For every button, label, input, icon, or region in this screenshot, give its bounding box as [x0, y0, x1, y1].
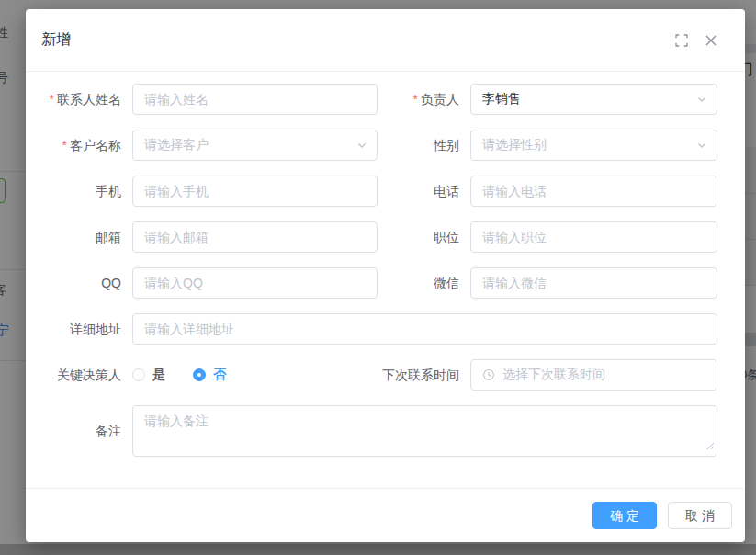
field-label-contact-name: *联系人姓名	[26, 92, 132, 108]
form-row: *客户名称 请选择客户 性别 请选择性别	[26, 130, 745, 161]
required-mark: *	[413, 92, 418, 107]
field-label-owner: *负责人	[378, 92, 470, 108]
required-mark: *	[50, 92, 54, 107]
clock-icon	[482, 368, 495, 381]
screen: 姓 号 客 宁 门 0条 新增	[0, 0, 756, 555]
radio-circle-checked-icon	[193, 368, 206, 381]
qq-input[interactable]	[132, 267, 378, 299]
dialog-form: *联系人姓名 *负责人 李销售 *客户名称 请选择客户	[26, 72, 745, 457]
field-label-wechat: 微信	[378, 276, 470, 291]
owner-select[interactable]: 李销售	[470, 84, 717, 115]
field-label-gender: 性别	[378, 138, 470, 153]
new-contact-dialog: 新增 *联系人姓名 *负责人	[26, 9, 745, 542]
phone-input[interactable]	[470, 176, 717, 207]
field-label-remark: 备注	[26, 424, 132, 439]
form-row: 备注	[26, 405, 745, 457]
remark-textarea[interactable]	[132, 405, 717, 457]
next-contact-time-picker[interactable]: 选择下次联系时间	[470, 359, 717, 391]
chevron-down-icon	[696, 94, 707, 105]
field-label-position: 职位	[378, 230, 470, 245]
chevron-down-icon	[356, 140, 367, 151]
owner-select-value: 李销售	[482, 91, 521, 108]
cancel-button[interactable]: 取 消	[668, 502, 732, 529]
address-input[interactable]	[132, 313, 717, 345]
field-label-email: 邮箱	[26, 230, 132, 245]
form-row: 手机 电话	[26, 176, 745, 207]
radio-yes-label: 是	[152, 367, 165, 383]
time-picker-placeholder: 选择下次联系时间	[502, 367, 605, 383]
form-row: 详细地址	[26, 313, 745, 345]
position-input[interactable]	[470, 221, 717, 253]
dialog-footer: 确 定 取 消	[26, 488, 745, 542]
wechat-input[interactable]	[470, 267, 717, 299]
gender-select-placeholder: 请选择性别	[482, 137, 547, 153]
field-label-phone: 电话	[378, 184, 470, 199]
form-row: 邮箱 职位	[26, 221, 745, 253]
chevron-down-icon	[696, 140, 707, 151]
field-label-key-decision: 关键决策人	[26, 368, 132, 383]
radio-circle-icon	[132, 368, 145, 381]
fullscreen-icon[interactable]	[673, 32, 690, 49]
field-label-mobile: 手机	[26, 184, 132, 199]
customer-select[interactable]: 请选择客户	[132, 130, 378, 161]
dialog-header: 新增	[26, 9, 745, 72]
field-label-next-contact-time: 下次联系时间	[378, 368, 470, 383]
form-row: QQ 微信	[26, 267, 745, 299]
contact-name-input[interactable]	[132, 84, 378, 115]
radio-yes[interactable]: 是	[132, 367, 165, 383]
form-row: *联系人姓名 *负责人 李销售	[26, 84, 745, 115]
radio-no[interactable]: 否	[193, 367, 226, 383]
key-decision-radio-group: 是 否	[132, 367, 226, 383]
field-label-address: 详细地址	[26, 322, 132, 337]
gender-select[interactable]: 请选择性别	[470, 130, 717, 161]
mobile-input[interactable]	[132, 176, 378, 207]
confirm-button[interactable]: 确 定	[592, 502, 657, 529]
email-input[interactable]	[132, 221, 378, 253]
field-label-qq: QQ	[26, 276, 132, 291]
close-icon[interactable]	[703, 32, 719, 49]
dialog-header-tools	[673, 9, 719, 72]
dialog-title: 新增	[41, 30, 71, 50]
customer-select-placeholder: 请选择客户	[144, 137, 209, 153]
required-mark: *	[62, 138, 67, 153]
radio-no-label: 否	[213, 367, 226, 383]
form-row: 关键决策人 是 否 下次联系时间	[26, 359, 745, 391]
field-label-customer: *客户名称	[26, 138, 132, 153]
